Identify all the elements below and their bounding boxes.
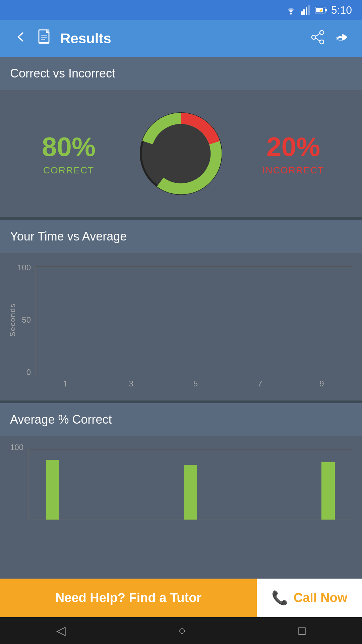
correct-vs-incorrect-header: Correct vs Incorrect: [0, 57, 362, 90]
section-divider-1: [0, 217, 362, 220]
correct-percent: 80%: [7, 131, 131, 162]
x-label-5: 5: [193, 379, 198, 388]
wifi-icon: [285, 5, 297, 15]
incorrect-label: 20% INCORRECT: [231, 131, 355, 176]
battery-icon: ⚡: [315, 6, 327, 14]
call-now-button[interactable]: 📞 Call Now: [257, 579, 362, 617]
y-axis-title: Seconds: [8, 303, 17, 337]
incorrect-word: INCORRECT: [231, 165, 355, 176]
app-bar: Results: [0, 20, 362, 57]
page-title: Results: [60, 31, 302, 47]
svg-point-21: [154, 126, 209, 181]
section-divider-2: [0, 400, 362, 403]
avg-correct-header: Average % Correct: [0, 403, 362, 436]
svg-point-13: [320, 31, 324, 35]
svg-line-17: [316, 38, 320, 41]
x-label-3: 3: [129, 379, 133, 388]
phone-icon: 📞: [272, 590, 288, 606]
svg-rect-3: [306, 7, 307, 15]
svg-text:⚡: ⚡: [319, 8, 323, 13]
svg-point-14: [312, 35, 316, 39]
nav-home-button[interactable]: ○: [165, 620, 199, 641]
nav-back-button[interactable]: ◁: [43, 620, 79, 641]
document-icon: [38, 29, 52, 48]
navigation-bar: ◁ ○ □: [0, 617, 362, 644]
bottom-banner: Need Help? Find a Tutor 📞 Call Now: [0, 579, 362, 617]
correct-word: CORRECT: [7, 165, 131, 176]
svg-point-15: [320, 40, 324, 44]
avg-y-label: 100: [10, 443, 23, 452]
svg-point-0: [290, 13, 292, 15]
avg-bar-5: [184, 465, 197, 520]
x-label-7: 7: [258, 379, 262, 388]
y-label-0: 0: [26, 368, 31, 377]
find-tutor-button[interactable]: Need Help? Find a Tutor: [0, 579, 257, 617]
status-time: 5:10: [331, 4, 352, 16]
svg-rect-4: [308, 5, 310, 15]
status-bar: ⚡ 5:10: [0, 0, 362, 20]
avg-chart-section: 100: [0, 436, 362, 530]
svg-line-16: [316, 34, 320, 36]
donut-chart-section: 80% CORRECT 20% INCORRECT: [0, 90, 362, 217]
svg-rect-1: [301, 11, 303, 15]
donut-chart: [131, 103, 231, 204]
forward-button[interactable]: [335, 30, 352, 48]
share-button[interactable]: [310, 30, 325, 48]
x-label-9: 9: [319, 379, 324, 388]
avg-bar-9: [321, 462, 335, 520]
correct-label: 80% CORRECT: [7, 131, 131, 176]
time-vs-average-header: Your Time vs Average: [0, 220, 362, 253]
app-bar-actions: [310, 30, 352, 48]
y-label-100: 100: [17, 263, 31, 272]
nav-recent-button[interactable]: □: [285, 620, 319, 641]
find-tutor-text: Need Help? Find a Tutor: [55, 591, 201, 605]
svg-rect-2: [303, 9, 305, 15]
svg-rect-7: [325, 9, 327, 11]
time-chart-section: Seconds 100 50 0: [0, 253, 362, 400]
status-icons: ⚡ 5:10: [285, 4, 352, 16]
call-now-text: Call Now: [294, 591, 347, 605]
x-label-1: 1: [63, 379, 67, 388]
y-label-50: 50: [22, 315, 31, 325]
incorrect-percent: 20%: [231, 131, 355, 162]
back-button[interactable]: [10, 27, 30, 50]
signal-icon: [301, 5, 311, 15]
avg-bar-1: [46, 460, 59, 520]
svg-rect-9: [39, 30, 49, 43]
